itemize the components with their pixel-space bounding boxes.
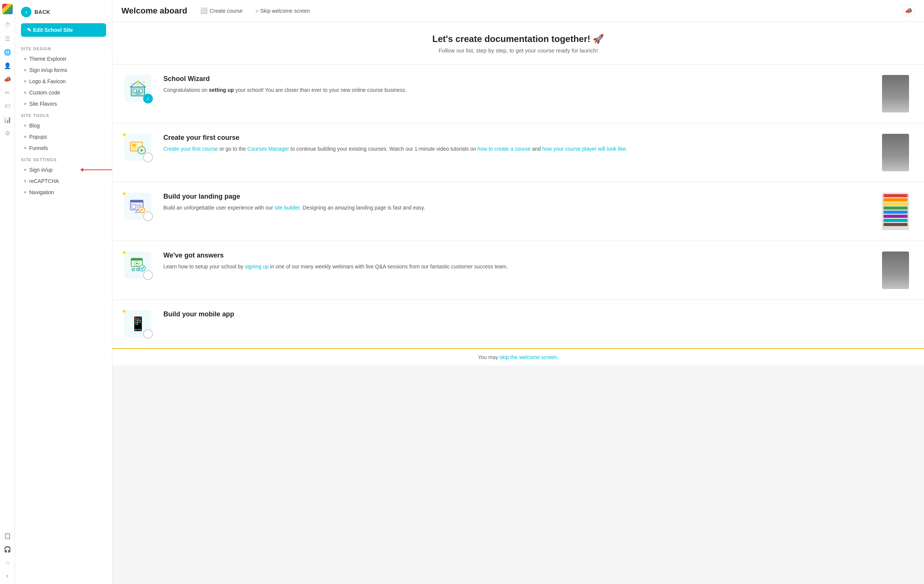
svg-rect-27 bbox=[131, 258, 142, 260]
svg-point-30 bbox=[132, 268, 135, 271]
nav-icon-plus[interactable]: + bbox=[3, 572, 12, 580]
arrow-annotation bbox=[80, 168, 112, 172]
circle-icon bbox=[143, 329, 153, 339]
nav-icon-star[interactable]: ☆ bbox=[3, 559, 12, 567]
card-icon-mobile-app: ✦ 📱 bbox=[124, 310, 154, 337]
svg-point-32 bbox=[139, 265, 145, 271]
edit-school-site-button[interactable]: ✎ Edit School Site bbox=[21, 23, 106, 37]
sidebar-item-site-flavors[interactable]: Site Flavors bbox=[16, 98, 111, 109]
svg-point-31 bbox=[136, 268, 139, 271]
dark-thumb bbox=[882, 75, 909, 112]
create-first-course-link[interactable]: Create your first course bbox=[163, 146, 218, 152]
skip-welcome-link[interactable]: skip the welcome screen bbox=[500, 354, 557, 360]
card-content-landing-page: Build your landing page Build an unforge… bbox=[163, 193, 873, 212]
sidebar-item-theme-explorer[interactable]: Theme Explorer bbox=[16, 53, 111, 65]
svg-rect-3 bbox=[134, 89, 136, 92]
nav-icon-person[interactable]: 👤 bbox=[3, 61, 12, 70]
sidebar-item-recaptcha[interactable]: reCAPTCHA bbox=[16, 175, 111, 187]
create-course-button[interactable]: ⬜ Create course bbox=[196, 5, 247, 17]
dot-icon bbox=[24, 58, 26, 60]
card-side-thumb bbox=[882, 75, 912, 112]
nav-icon-bell[interactable]: 📣 bbox=[3, 75, 12, 83]
svg-line-25 bbox=[140, 211, 140, 212]
card-content-school-wizard: School Wizard Congratulations on setting… bbox=[163, 75, 873, 94]
nav-icon-pencil[interactable]: ✏ bbox=[3, 88, 12, 97]
sidebar-item-label: Site Flavors bbox=[29, 101, 57, 107]
bottom-bar-text-after: . bbox=[557, 354, 559, 360]
dot-icon bbox=[24, 69, 26, 71]
svg-rect-17 bbox=[130, 200, 143, 202]
svg-text:✦: ✦ bbox=[130, 82, 133, 86]
colorbar-thumb bbox=[882, 193, 909, 230]
arrow-line bbox=[83, 169, 112, 170]
sidebar-item-blog[interactable]: Blog bbox=[16, 120, 111, 131]
card-desc: Create your first course or go to the Co… bbox=[163, 145, 873, 153]
sidebar-item-popups[interactable]: Popups bbox=[16, 131, 111, 142]
arrow-head-icon bbox=[80, 168, 83, 172]
sidebar-item-navigation[interactable]: Navigation bbox=[16, 187, 111, 198]
welcome-heading: Let's create documentation together! 🚀 bbox=[121, 34, 915, 44]
sidebar-item-custom-code[interactable]: Custom code bbox=[16, 87, 111, 98]
card-icon-create-course: ✦ bbox=[124, 134, 154, 161]
dot-icon bbox=[24, 80, 26, 83]
card-answers: ✦ bbox=[112, 241, 924, 300]
sidebar-item-label: Sign in/up bbox=[29, 167, 53, 173]
sidebar-item-label: Sign in/up forms bbox=[29, 67, 67, 73]
card-title: We've got answers bbox=[163, 251, 873, 260]
nav-icon-clipboard[interactable]: 📋 bbox=[3, 531, 12, 540]
sidebar-item-sign-in-up[interactable]: Sign in/up bbox=[16, 164, 111, 175]
skip-welcome-screen-button[interactable]: » Skip welcome screen bbox=[256, 8, 310, 14]
skip-label: Skip welcome screen bbox=[261, 8, 310, 14]
sidebar-item-logo-favicon[interactable]: Logo & Favicon bbox=[16, 76, 111, 87]
card-side-thumb-3 bbox=[882, 193, 912, 230]
sidebar-item-label: Custom code bbox=[29, 89, 60, 96]
site-design-section-label: SITE DESIGN bbox=[15, 43, 112, 53]
dot-icon bbox=[24, 136, 26, 138]
card-desc: Congratulations on setting up your schoo… bbox=[163, 86, 873, 94]
dot-icon bbox=[24, 103, 26, 105]
create-course-icon: ⬜ bbox=[200, 7, 208, 14]
card-content-mobile-app: Build your mobile app bbox=[163, 310, 912, 321]
svg-rect-4 bbox=[139, 89, 142, 92]
nav-icon-tag[interactable]: 🏷 bbox=[3, 102, 12, 110]
sidebar-item-sign-in-up-forms[interactable]: Sign in/up forms bbox=[16, 65, 111, 76]
signing-up-link[interactable]: signing up bbox=[245, 263, 269, 270]
sparkle-icon: ✦ bbox=[121, 308, 127, 316]
card-create-course: ✦ Create bbox=[112, 123, 924, 182]
dot-icon bbox=[24, 180, 26, 182]
sidebar-item-funnels[interactable]: Funnels bbox=[16, 142, 111, 154]
svg-rect-10 bbox=[132, 144, 136, 147]
dot-icon bbox=[24, 124, 26, 127]
nav-icon-settings[interactable]: ⚙ bbox=[3, 129, 12, 137]
nav-icon-chart[interactable]: 📊 bbox=[3, 116, 12, 124]
site-builder-link[interactable]: site builder bbox=[275, 205, 300, 211]
content-area: Let's create documentation together! 🚀 F… bbox=[112, 22, 924, 584]
nav-icon-clock[interactable]: ⏱ bbox=[3, 21, 12, 29]
sidebar-item-label: Logo & Favicon bbox=[29, 78, 66, 84]
sparkle-icon: ✦ bbox=[121, 248, 127, 257]
sidebar-item-label: Popups bbox=[29, 134, 47, 140]
nav-icon-globe[interactable]: 🌐 bbox=[3, 48, 12, 56]
course-player-link[interactable]: how your course player will look like bbox=[542, 146, 626, 152]
card-icon-answers: ✦ bbox=[124, 251, 154, 278]
nav-icon-list[interactable]: ☰ bbox=[3, 35, 12, 43]
courses-manager-link[interactable]: Courses Manager bbox=[247, 146, 289, 152]
cards-container: ✦ ✦ ✓ School Wizard Congratulations on s… bbox=[112, 65, 924, 348]
notification-bell-button[interactable]: 📣 bbox=[902, 5, 915, 17]
back-circle-icon: ‹ bbox=[21, 7, 31, 17]
sidebar-item-label: Funnels bbox=[29, 145, 48, 151]
card-title: Build your landing page bbox=[163, 193, 873, 200]
site-settings-section-label: SITE SETTINGS bbox=[15, 154, 112, 164]
svg-rect-21 bbox=[136, 210, 137, 212]
card-title: School Wizard bbox=[163, 75, 873, 83]
icon-bar: ⏱ ☰ 🌐 👤 📣 ✏ 🏷 📊 ⚙ 📋 🎧 ☆ + bbox=[0, 0, 15, 584]
card-desc: Learn how to setup your school by signin… bbox=[163, 262, 873, 271]
how-to-create-course-link[interactable]: how to create a course bbox=[477, 146, 531, 152]
nav-icon-headset[interactable]: 🎧 bbox=[3, 545, 12, 553]
back-button[interactable]: ‹ BACK bbox=[15, 0, 112, 22]
sparkle-icon: ✦ bbox=[121, 131, 127, 139]
sidebar-item-label: Navigation bbox=[29, 189, 54, 195]
app-logo[interactable] bbox=[2, 4, 13, 14]
svg-rect-18 bbox=[132, 205, 135, 208]
circle-icon bbox=[143, 212, 153, 221]
